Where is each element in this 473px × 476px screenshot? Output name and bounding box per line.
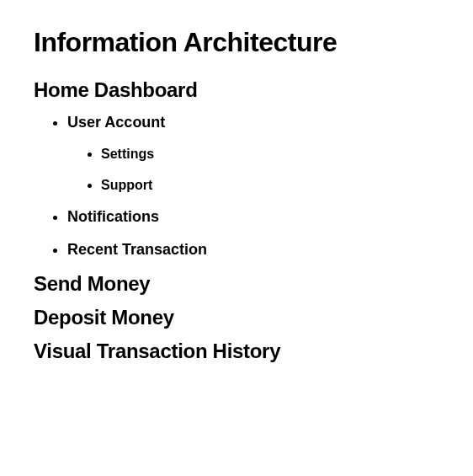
sub-list: Settings Support xyxy=(67,145,439,195)
section-heading-home: Home Dashboard xyxy=(34,78,439,102)
page-title: Information Architecture xyxy=(34,27,439,58)
list-item: Settings xyxy=(101,145,439,163)
list-item-label: Notifications xyxy=(67,208,159,225)
section-heading-history: Visual Transaction History xyxy=(34,340,439,363)
list-item: Notifications xyxy=(67,206,439,227)
list-item-label: Support xyxy=(101,178,152,192)
list-item-label: Settings xyxy=(101,147,154,161)
list-item: User Account Settings Support xyxy=(67,112,439,195)
section-heading-send: Send Money xyxy=(34,272,439,296)
home-list: User Account Settings Support Notificati… xyxy=(34,112,439,260)
list-item: Recent Transaction xyxy=(67,239,439,260)
list-item-label: Recent Transaction xyxy=(67,241,207,258)
section-heading-deposit: Deposit Money xyxy=(34,306,439,329)
list-item-label: User Account xyxy=(67,114,165,131)
list-item: Support xyxy=(101,176,439,195)
